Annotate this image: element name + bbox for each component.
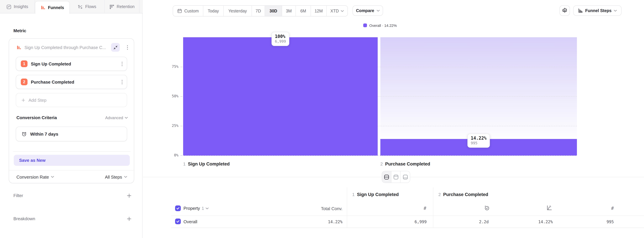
funnel-step-1[interactable]: 1 Sign Up Completed	[16, 57, 127, 71]
y-axis-tick-75: 75%	[162, 65, 178, 69]
axis-tickmark	[180, 96, 182, 97]
tab-label: Insights	[14, 4, 28, 9]
range-custom[interactable]: Custom	[173, 6, 203, 16]
y-axis-tick-25: 25%	[162, 124, 178, 128]
add-breakdown-button[interactable]	[127, 216, 132, 221]
avg-time-clock-icon	[484, 205, 490, 211]
chevron-down-icon	[341, 10, 344, 12]
row-checkbox[interactable]	[175, 218, 181, 224]
baseline-0	[183, 155, 577, 156]
funnel-steps-chart-icon	[578, 8, 583, 13]
row-step2-rate: 14.22%	[506, 219, 553, 224]
range-label: XTD	[330, 9, 339, 13]
tab-insights[interactable]: Insights	[0, 0, 35, 14]
report-type-tabbar: Insights Funnels Flows Retention	[0, 0, 143, 14]
bar-pct: 100%	[275, 34, 286, 39]
view-selector-button[interactable]: Funnel Steps	[573, 5, 622, 16]
add-filter-button[interactable]	[127, 193, 132, 198]
chevron-down-icon	[206, 207, 209, 209]
tab-retention[interactable]: Retention	[105, 0, 140, 14]
chevron-down-icon	[614, 10, 617, 12]
funnel-step-2[interactable]: 2 Purchase Completed	[16, 75, 127, 89]
tab-flows[interactable]: Flows	[70, 0, 105, 14]
table-group-header-step-1: 1 Sign Up Completed	[352, 192, 399, 197]
range-label: 12M	[314, 9, 323, 13]
step-menu-button[interactable]	[122, 79, 123, 84]
funnel-metric-icon	[16, 45, 22, 50]
step-name: Purchase Completed	[443, 192, 488, 197]
advanced-dropdown[interactable]: Advanced	[105, 115, 128, 120]
property-selector[interactable]: Property 1	[184, 206, 209, 211]
range-3m[interactable]: 3M	[282, 6, 296, 16]
chart-legend[interactable]: Overall · 14.22%	[183, 23, 577, 28]
metric-title-row: Sign Up Completed through Purchase C...	[16, 43, 106, 52]
settings-button[interactable]	[560, 5, 570, 16]
retention-dots-icon	[109, 4, 114, 9]
row-total-conv: 14.22%	[296, 219, 342, 224]
funnel-bar-chart: 100% 6,999 14.22% 995	[183, 37, 577, 156]
funnel-bars-icon	[40, 5, 46, 10]
save-as-new-button[interactable]: Save as New	[14, 155, 130, 166]
tab-funnels[interactable]: Funnels	[35, 1, 70, 14]
collapse-metric-button[interactable]	[111, 43, 120, 52]
query-builder-sidebar: Metric Sign Up Completed through Purchas…	[0, 14, 142, 238]
split-layout-icon	[384, 174, 389, 179]
table-bottom-divider	[171, 227, 644, 228]
layout-split-button[interactable]	[382, 171, 391, 183]
layout-chart-only-button[interactable]	[391, 171, 400, 183]
range-yesterday[interactable]: Yesterday	[224, 6, 252, 16]
x-axis-label-step-2: 2 Purchase Completed	[380, 161, 430, 166]
select-all-checkbox[interactable]	[175, 205, 181, 211]
conversion-criteria-row: Conversion Criteria Advanced	[16, 115, 128, 120]
measure-dropdown[interactable]: Conversion Rate	[16, 174, 54, 179]
row-name: Overall	[184, 219, 197, 224]
bar-step-1[interactable]	[183, 37, 378, 156]
bar-pct: 14.22%	[471, 136, 486, 141]
bar-value-label-step-1: 100% 6,999	[272, 32, 289, 46]
view-selector-label: Funnel Steps	[585, 8, 612, 13]
date-range-control: Custom Today Yesterday 7D 30D 3M 6M 12M …	[173, 5, 348, 17]
add-step-label: Add Step	[28, 98, 46, 103]
compare-button[interactable]: Compare	[352, 5, 383, 16]
range-7d[interactable]: 7D	[252, 6, 265, 16]
metric-section-label: Metric	[14, 28, 26, 33]
bar-value-label-step-2: 14.22% 995	[468, 134, 490, 148]
check-icon	[176, 206, 180, 210]
bar-count: 995	[471, 141, 486, 145]
range-label: 30D	[270, 9, 277, 13]
total-conv-header: Total Conv.	[296, 206, 342, 211]
add-step-button[interactable]: Add Step	[16, 93, 127, 107]
conversion-window-button[interactable]: Within 7 days	[16, 127, 127, 141]
chevron-down-icon	[51, 176, 54, 178]
bar-count: 6,999	[275, 39, 286, 44]
count-hash-icon: #	[410, 205, 426, 211]
measure-row: Conversion Rate All Steps	[9, 170, 134, 183]
step-name: Sign Up Completed	[188, 161, 230, 166]
range-label: Today	[208, 9, 219, 13]
steps-scope-label: All Steps	[105, 174, 122, 179]
range-30d[interactable]: 30D	[265, 6, 282, 16]
check-icon	[176, 219, 180, 223]
step-number-badge: 1	[21, 60, 28, 67]
plus-icon	[22, 98, 25, 102]
axis-tickmark	[180, 126, 182, 126]
metric-menu-button[interactable]	[124, 43, 131, 52]
layout-table-only-button[interactable]	[401, 171, 410, 183]
gear-icon	[562, 8, 568, 14]
steps-scope-dropdown[interactable]: All Steps	[105, 174, 127, 179]
chart-only-layout-icon	[393, 174, 398, 179]
chevron-down-icon	[124, 176, 127, 178]
step-menu-button[interactable]	[122, 61, 123, 66]
range-today[interactable]: Today	[203, 6, 224, 16]
range-xtd[interactable]: XTD	[327, 6, 348, 16]
range-12m[interactable]: 12M	[311, 6, 327, 16]
chevron-down-icon	[376, 10, 380, 12]
row-step2-avg-time: 2.2d	[442, 219, 489, 224]
table-column-divider	[347, 187, 347, 228]
range-label: Yesterday	[228, 9, 247, 13]
range-6m[interactable]: 6M	[296, 6, 311, 16]
plus-icon	[127, 193, 132, 198]
legend-swatch	[363, 24, 367, 27]
save-as-new-label: Save as New	[19, 158, 46, 163]
step-label: Purchase Completed	[31, 79, 74, 84]
